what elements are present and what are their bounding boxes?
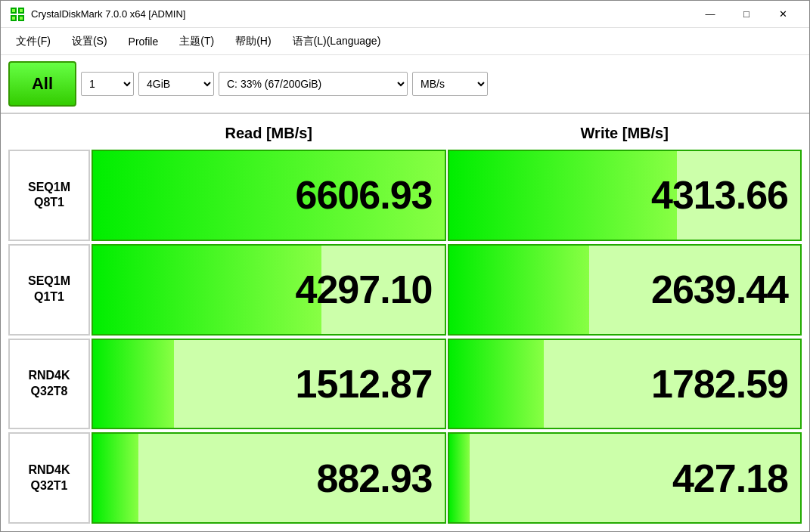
- read-header: Read [MB/s]: [92, 119, 446, 148]
- toolbar: All 12359 1GiB2GiB4GiB8GiB16GiB C: 33% (…: [1, 55, 809, 114]
- main-content: Read [MB/s] Write [MB/s] SEQ1MQ8T16606.9…: [1, 114, 809, 531]
- write-cell-0[interactable]: 4313.66: [448, 150, 802, 241]
- minimize-button[interactable]: —: [693, 3, 728, 26]
- window-controls: — □ ✕: [693, 3, 800, 26]
- write-cell-3[interactable]: 427.18: [448, 432, 802, 524]
- menu-bar: 文件(F)设置(S)Profile主题(T)帮助(H)语言(L)(Languag…: [1, 28, 809, 55]
- menu-item-t[interactable]: 主题(T): [170, 32, 223, 51]
- svg-rect-7: [20, 17, 23, 20]
- row-label-1: SEQ1MQ1T1: [8, 244, 90, 336]
- write-cell-2[interactable]: 1782.59: [448, 339, 802, 430]
- header-row: Read [MB/s] Write [MB/s]: [92, 119, 802, 148]
- read-value-3: 882.93: [316, 456, 432, 501]
- table-row: RND4KQ32T1882.93427.18: [8, 432, 802, 524]
- write-value-2: 1782.59: [651, 361, 788, 407]
- read-value-2: 1512.87: [296, 361, 433, 407]
- queue-select[interactable]: 12359: [81, 72, 134, 96]
- menu-item-profile[interactable]: Profile: [119, 32, 168, 51]
- unit-select[interactable]: MB/sGB/sIOPSμs: [412, 72, 488, 96]
- drive-select[interactable]: C: 33% (67/200GiB): [219, 72, 408, 96]
- app-icon: [10, 7, 25, 22]
- read-cell-2[interactable]: 1512.87: [92, 339, 446, 430]
- menu-item-f[interactable]: 文件(F): [7, 32, 60, 51]
- row-label-3: RND4KQ32T1: [8, 432, 90, 524]
- write-cell-1[interactable]: 2639.44: [448, 244, 802, 336]
- window-title: CrystalDiskMark 7.0.0 x64 [ADMIN]: [31, 8, 693, 20]
- svg-rect-5: [20, 9, 23, 12]
- all-button[interactable]: All: [8, 61, 76, 107]
- table-row: RND4KQ32T81512.871782.59: [8, 339, 802, 430]
- write-value-0: 4313.66: [651, 172, 788, 218]
- table-row: SEQ1MQ1T14297.102639.44: [8, 244, 802, 336]
- menu-item-h[interactable]: 帮助(H): [226, 32, 280, 51]
- read-cell-3[interactable]: 882.93: [92, 432, 446, 524]
- read-cell-0[interactable]: 6606.93: [92, 150, 446, 241]
- table-row: SEQ1MQ8T16606.934313.66: [8, 150, 802, 241]
- read-cell-1[interactable]: 4297.10: [92, 244, 446, 336]
- menu-item-s[interactable]: 设置(S): [63, 32, 116, 51]
- row-label-2: RND4KQ32T8: [8, 339, 90, 430]
- write-header: Write [MB/s]: [448, 119, 802, 148]
- menu-item-llanguage[interactable]: 语言(L)(Language): [284, 32, 390, 51]
- app-window: CrystalDiskMark 7.0.0 x64 [ADMIN] — □ ✕ …: [0, 0, 810, 532]
- write-value-3: 427.18: [672, 456, 788, 501]
- svg-rect-4: [12, 9, 15, 12]
- read-value-1: 4297.10: [296, 267, 433, 312]
- write-value-1: 2639.44: [651, 267, 788, 312]
- close-button[interactable]: ✕: [765, 3, 800, 26]
- read-value-0: 6606.93: [296, 172, 433, 218]
- maximize-button[interactable]: □: [729, 3, 764, 26]
- title-bar: CrystalDiskMark 7.0.0 x64 [ADMIN] — □ ✕: [1, 1, 809, 28]
- data-rows: SEQ1MQ8T16606.934313.66SEQ1MQ1T14297.102…: [8, 150, 802, 524]
- svg-rect-6: [12, 17, 15, 20]
- size-select[interactable]: 1GiB2GiB4GiB8GiB16GiB: [138, 72, 214, 96]
- row-label-0: SEQ1MQ8T1: [8, 150, 90, 241]
